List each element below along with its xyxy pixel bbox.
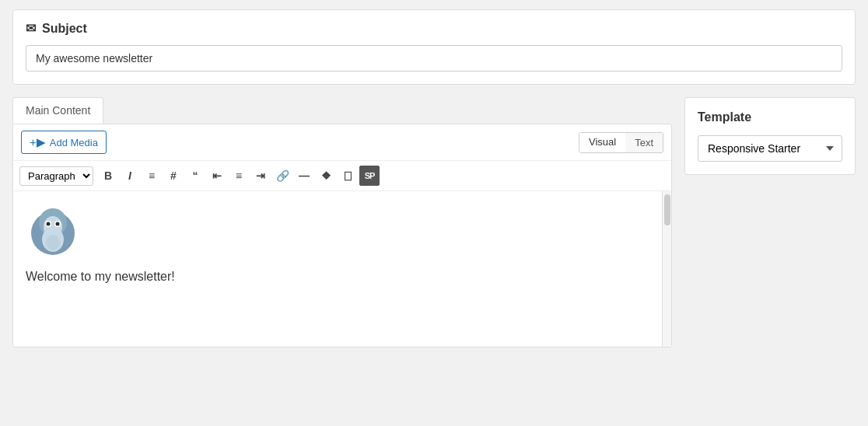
tab-text[interactable]: Text bbox=[625, 133, 663, 152]
template-select[interactable]: Responsive Starter Basic Classic bbox=[698, 135, 842, 162]
keyboard-button[interactable]: ⎕ bbox=[338, 166, 358, 186]
bold-button[interactable]: B bbox=[98, 166, 118, 186]
visual-text-tabs: Visual Text bbox=[579, 132, 663, 153]
svg-point-9 bbox=[46, 235, 60, 250]
editor-panel: Main Content +▶ Add Media Visual bbox=[12, 97, 672, 347]
editor-box: +▶ Add Media Visual Text bbox=[12, 124, 672, 347]
welcome-text: Welcome to my newsletter! bbox=[26, 270, 649, 284]
content-row: Main Content +▶ Add Media Visual bbox=[12, 97, 856, 347]
align-left-button[interactable]: ⇤ bbox=[207, 166, 227, 186]
format-toolbar: Paragraph Heading 1 Heading 2 Heading 3 … bbox=[13, 161, 671, 191]
subject-section: ✉ Subject bbox=[12, 9, 856, 85]
link-button[interactable]: 🔗 bbox=[272, 166, 292, 186]
sendpress-button-wrapper: SP SendPress bbox=[359, 166, 380, 186]
tab-bar: Main Content bbox=[12, 97, 672, 124]
subject-input[interactable] bbox=[26, 45, 842, 72]
editor-scrollbar[interactable] bbox=[662, 191, 671, 347]
tab-visual-label: Visual bbox=[589, 136, 616, 148]
bird-image bbox=[26, 204, 649, 270]
subject-title: ✉ Subject bbox=[26, 21, 842, 36]
subject-heading: Subject bbox=[42, 22, 87, 36]
add-media-label: Add Media bbox=[50, 137, 98, 148]
unordered-list-button[interactable]: ≡ bbox=[142, 166, 162, 186]
sendpress-button[interactable]: SP bbox=[359, 166, 380, 186]
sendpress-icon: SP bbox=[365, 171, 375, 180]
editor-content[interactable]: Welcome to my newsletter! bbox=[13, 191, 662, 347]
more-button[interactable]: — bbox=[294, 166, 314, 186]
editor-content-wrapper: Welcome to my newsletter! bbox=[13, 191, 671, 347]
svg-point-6 bbox=[56, 222, 60, 226]
tab-visual[interactable]: Visual bbox=[579, 133, 625, 152]
template-title: Template bbox=[698, 110, 842, 124]
fullscreen-button[interactable]: ❖ bbox=[316, 166, 336, 186]
tab-text-label: Text bbox=[635, 137, 653, 148]
format-select[interactable]: Paragraph Heading 1 Heading 2 Heading 3 bbox=[19, 166, 93, 186]
template-panel: Template Responsive Starter Basic Classi… bbox=[684, 97, 856, 175]
tab-main-content[interactable]: Main Content bbox=[12, 97, 103, 124]
svg-point-4 bbox=[47, 222, 51, 226]
add-media-button[interactable]: +▶ Add Media bbox=[21, 131, 107, 154]
blockquote-button[interactable]: “ bbox=[185, 166, 205, 186]
ordered-list-button[interactable]: # bbox=[163, 166, 184, 186]
add-media-icon: +▶ bbox=[30, 135, 46, 149]
tab-main-content-label: Main Content bbox=[26, 104, 90, 117]
mail-icon: ✉ bbox=[26, 21, 36, 36]
align-center-button[interactable]: ≡ bbox=[229, 166, 249, 186]
align-right-button[interactable]: ⇥ bbox=[250, 166, 271, 186]
editor-toolbar-top: +▶ Add Media Visual Text bbox=[13, 124, 671, 161]
italic-button[interactable]: I bbox=[120, 166, 140, 186]
